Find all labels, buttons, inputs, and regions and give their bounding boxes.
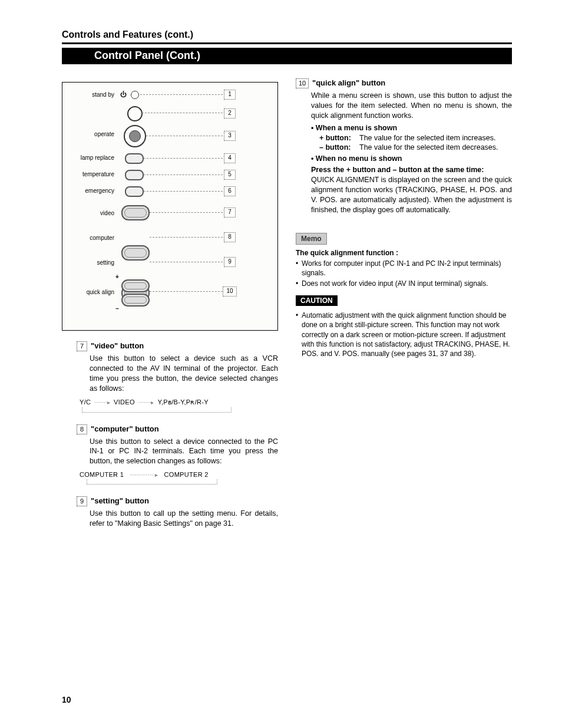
callout-6: 6: [224, 186, 236, 196]
callout-1: 1: [224, 90, 236, 100]
callout-line: [150, 212, 223, 213]
led-standby: [131, 91, 139, 99]
callout-line: [150, 291, 223, 292]
label-quick-align: quick align: [79, 289, 114, 295]
item-8: 8 "computer" button Use this button to s…: [62, 424, 278, 485]
video-button: [121, 205, 150, 220]
when-no-menu-heading: When no menu is shown: [316, 154, 402, 163]
led-emergency: [125, 186, 144, 197]
intro-text: While a menu screen is shown, use this b…: [311, 91, 512, 120]
subsection-bar: Control Panel (Cont.): [62, 48, 512, 64]
label-video: video: [79, 210, 114, 216]
item-title: "quick align" button: [312, 78, 385, 87]
plus-sign: +: [114, 274, 120, 280]
item-10: 10 "quick align" button While a menu scr…: [296, 78, 512, 215]
manual-page: Controls and Features (cont.) Control Pa…: [0, 0, 562, 728]
item-title: "setting" button: [91, 496, 149, 505]
quick-align-buttons: [121, 279, 150, 307]
content-columns: stand by ⏻ 1 2 operate 3 lamp replace 4: [62, 82, 512, 541]
page-number: 10: [62, 695, 71, 704]
operate-button: [124, 125, 146, 147]
memo-body: The quick alignment function : Works for…: [296, 248, 512, 289]
callout-line: [150, 262, 223, 262]
callout-num: 9: [77, 496, 87, 506]
arrow-icon: ·······▸: [138, 399, 154, 406]
memo-tag: Memo: [296, 233, 327, 245]
computer-button: [121, 245, 150, 261]
callout-line: [142, 113, 223, 113]
label-computer: computer: [79, 235, 114, 241]
callout-line: [140, 94, 223, 95]
item-body: Use this button to select a device such …: [90, 354, 278, 394]
cycle-node: VIDEO: [114, 398, 135, 406]
plus-text: The value for the selected item increase…: [359, 133, 495, 143]
callout-line: [146, 136, 223, 136]
power-icon: ⏻: [120, 91, 127, 98]
label-temperature: temperature: [68, 171, 114, 177]
callout-10: 10: [223, 286, 237, 297]
caution-bullet: Automatic adjustment with the quick alig…: [296, 311, 512, 358]
memo-bullet: Does not work for video input (AV IN inp…: [296, 279, 512, 288]
left-column: stand by ⏻ 1 2 operate 3 lamp replace 4: [62, 82, 278, 541]
memo-bullet: Works for computer input (PC IN-1 and PC…: [296, 259, 512, 278]
callout-7: 7: [224, 207, 236, 218]
callout-9: 9: [224, 257, 236, 267]
label-emergency: emergency: [68, 187, 114, 194]
section-title: Controls and Features (cont.): [62, 29, 512, 40]
arrow-icon: ·······▸: [94, 399, 110, 406]
cycle-diagram: COMPUTER 1 ··············▸ COMPUTER 2: [80, 471, 278, 485]
caution-body: Automatic adjustment with the quick alig…: [296, 311, 512, 358]
when-menu-heading: When a menu is shown: [316, 124, 397, 132]
right-column: 10 "quick align" button While a menu scr…: [296, 82, 512, 541]
item-body: Use this button to call up the setting m…: [90, 509, 278, 529]
item-7: 7 "video" button Use this button to sele…: [62, 341, 278, 413]
callout-num: 8: [77, 424, 87, 434]
item-title: "computer" button: [91, 424, 159, 433]
callout-8: 8: [224, 232, 236, 242]
cycle-node: COMPUTER 2: [164, 471, 209, 478]
callout-4: 4: [224, 153, 236, 163]
control-panel-diagram: stand by ⏻ 1 2 operate 3 lamp replace 4: [62, 82, 278, 331]
subsection-title: Control Panel (Cont.): [62, 50, 200, 61]
press-body: QUICK ALIGNMENT is displayed on the scre…: [311, 176, 512, 214]
press-line: Press the + button and – button at the s…: [311, 166, 484, 174]
callout-num: 10: [296, 78, 309, 88]
cycle-node: Y/C: [80, 398, 91, 406]
divider: [62, 42, 512, 44]
callout-5: 5: [224, 170, 236, 180]
cycle-node: COMPUTER 1: [80, 471, 124, 478]
callout-line: [144, 158, 223, 159]
cycle-diagram: Y/C ·······▸ VIDEO ·······▸ Y,Pʙ/B-Y,Pʀ/…: [80, 398, 278, 413]
led-lamp: [125, 153, 144, 164]
label-lamp-replace: lamp replace: [68, 154, 114, 161]
callout-line: [144, 191, 223, 192]
label-operate: operate: [79, 131, 114, 137]
minus-label: – button:: [319, 143, 355, 153]
arrow-icon: ··············▸: [130, 472, 158, 478]
callout-line: [150, 237, 223, 238]
minus-text: The value for the selected item decrease…: [359, 143, 498, 153]
callout-num: 7: [77, 341, 87, 351]
led-temp: [125, 170, 144, 180]
label-setting: setting: [79, 259, 114, 266]
callout-line: [144, 174, 223, 175]
callout-3: 3: [224, 131, 236, 141]
item-body: While a menu screen is shown, use this b…: [311, 91, 512, 215]
cycle-node: Y,Pʙ/B-Y,Pʀ/R-Y: [158, 398, 209, 406]
item-9: 9 "setting" button Use this button to ca…: [62, 496, 278, 529]
callout-2: 2: [224, 108, 236, 118]
indicator-2: [127, 106, 143, 121]
label-standby: stand by: [79, 91, 114, 98]
item-title: "video" button: [91, 341, 144, 350]
minus-sign: –: [114, 305, 120, 312]
caution-tag: CAUTION: [296, 295, 338, 306]
item-body: Use this button to select a device conne…: [90, 437, 278, 467]
plus-label: + button:: [319, 133, 355, 143]
memo-lead: The quick alignment function :: [296, 249, 398, 257]
